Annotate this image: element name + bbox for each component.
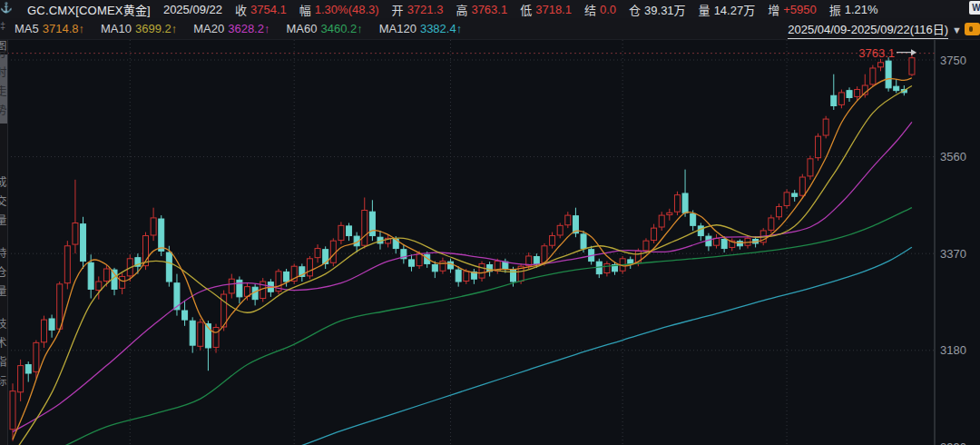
candle-body[interactable] <box>698 226 703 236</box>
candle-body[interactable] <box>870 68 876 84</box>
candle-body[interactable] <box>808 159 813 176</box>
candle-body[interactable] <box>369 212 375 235</box>
ma60-legend: MA603460.2↑ <box>286 22 362 35</box>
strip-tab[interactable]: 持仓量 <box>0 247 7 304</box>
strip-tab[interactable]: 技术指标 <box>0 318 7 394</box>
candle-body[interactable] <box>628 260 633 263</box>
candle-body[interactable] <box>534 257 539 264</box>
candle-body[interactable] <box>120 276 125 288</box>
candle-body[interactable] <box>886 61 891 88</box>
candle-body[interactable] <box>49 319 54 330</box>
candle-body[interactable] <box>565 215 571 225</box>
candle-body[interactable] <box>408 260 414 266</box>
candle-body[interactable] <box>18 366 24 392</box>
strip-tab-active[interactable]: 分时走势 <box>0 54 7 124</box>
quote-date: 2025/09/22 <box>163 3 222 16</box>
candle-body[interactable] <box>34 342 39 371</box>
candle-body[interactable] <box>41 320 46 342</box>
candle-body[interactable] <box>838 93 844 104</box>
candle-body[interactable] <box>737 242 742 246</box>
candle-body[interactable] <box>714 238 720 245</box>
left-tab-strip[interactable]: 图 分时走势 成交量 持仓量 技术指标 <box>0 40 8 445</box>
candle-body[interactable] <box>792 193 798 196</box>
candle-body[interactable] <box>440 262 446 272</box>
candle-body[interactable] <box>330 241 336 262</box>
candle-body[interactable] <box>909 58 915 74</box>
candle-body[interactable] <box>877 63 883 67</box>
candle-body[interactable] <box>667 213 672 214</box>
candle-body[interactable] <box>96 282 102 291</box>
candle-body[interactable] <box>338 225 344 240</box>
candle-body[interactable] <box>721 239 727 248</box>
candle-body[interactable] <box>213 328 219 348</box>
candle-body[interactable] <box>799 177 805 195</box>
candle-body[interactable] <box>81 224 86 262</box>
y-axis-tick-label: 3560 <box>940 150 966 163</box>
date-range-selector[interactable]: 2025/04/09-2025/09/22(116日) ▼ <box>788 20 962 39</box>
candle-body[interactable] <box>643 241 649 251</box>
candle-body[interactable] <box>73 223 78 245</box>
ma20-legend: MA203628.2↑ <box>193 22 270 35</box>
candle-body[interactable] <box>159 219 164 251</box>
candle-body[interactable] <box>166 252 172 282</box>
candlestick-chart-area[interactable]: 375035603370318029903763.1 <box>0 40 980 445</box>
y-axis-tick-label: 2990 <box>940 440 966 445</box>
candle-body[interactable] <box>237 280 242 297</box>
candle-body[interactable] <box>64 246 70 283</box>
candle-body[interactable] <box>103 269 109 281</box>
ma5-legend: MA53714.8↑ <box>15 22 84 35</box>
candle-body[interactable] <box>604 263 610 272</box>
candle-body[interactable] <box>416 253 422 265</box>
field-settle: 结0.0 <box>584 1 616 18</box>
candle-body[interactable] <box>691 213 696 225</box>
candle-body[interactable] <box>894 86 899 90</box>
candle-body[interactable] <box>88 262 93 289</box>
candle-body[interactable] <box>542 246 547 263</box>
word-window-icon[interactable]: W <box>969 1 980 15</box>
candle-body[interactable] <box>557 225 563 235</box>
candle-body[interactable] <box>198 322 203 346</box>
ma-line-ma120 <box>248 247 912 445</box>
candle-body[interactable] <box>776 207 781 217</box>
candle-body[interactable] <box>652 228 657 240</box>
candle-body[interactable] <box>347 226 352 236</box>
candle-body[interactable] <box>581 234 586 249</box>
candle-body[interactable] <box>659 215 664 227</box>
candle-body[interactable] <box>769 218 774 230</box>
candle-body[interactable] <box>448 262 454 269</box>
candle-body[interactable] <box>831 95 837 105</box>
candle-body[interactable] <box>57 284 63 329</box>
high-price-label: 3763.1 <box>858 46 895 60</box>
candle-body[interactable] <box>823 119 828 135</box>
ma10-legend: MA103699.2↑ <box>101 22 177 35</box>
chevron-down-icon[interactable]: ▼ <box>952 25 962 35</box>
candle-body[interactable] <box>182 311 188 320</box>
candle-body[interactable] <box>550 236 555 246</box>
candle-body[interactable] <box>596 262 602 273</box>
lock-icon[interactable] <box>965 23 980 35</box>
candle-body[interactable] <box>315 249 320 258</box>
candle-body[interactable] <box>816 136 821 158</box>
candle-body[interactable] <box>784 193 789 206</box>
candle-body[interactable] <box>479 263 485 278</box>
candle-body[interactable] <box>432 265 437 272</box>
candle-body[interactable] <box>307 259 312 276</box>
candlestick-chart-canvas[interactable]: 375035603370318029903763.1 <box>0 40 980 445</box>
candle-body[interactable] <box>25 364 31 373</box>
date-range-label[interactable]: 2025/04/09-2025/09/22(116日) <box>788 20 948 39</box>
candle-body[interactable] <box>284 272 289 282</box>
candle-body[interactable] <box>855 90 860 97</box>
candle-body[interactable] <box>362 210 368 245</box>
candle-body[interactable] <box>10 391 15 430</box>
candle-body[interactable] <box>151 218 156 235</box>
candle-body[interactable] <box>190 321 195 345</box>
field-high: 高3763.1 <box>456 1 507 18</box>
arrow-right-head <box>911 49 916 55</box>
candle-body[interactable] <box>674 195 680 213</box>
candle-body[interactable] <box>847 91 852 98</box>
strip-tab[interactable]: 成交量 <box>0 176 7 233</box>
candle-body[interactable] <box>682 193 688 213</box>
candle-body[interactable] <box>464 272 469 282</box>
candle-body[interactable] <box>229 279 234 293</box>
candle-body[interactable] <box>456 270 461 282</box>
